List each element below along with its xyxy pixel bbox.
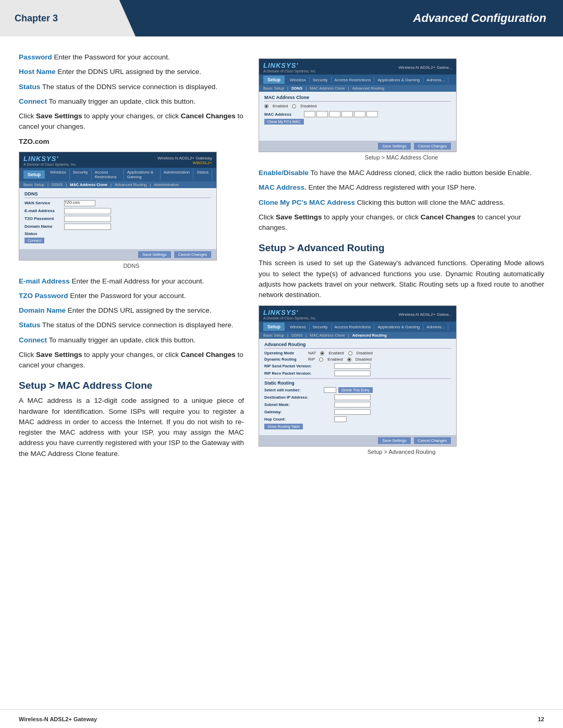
enable-disable-para: Enable/Disable To have the MAC Address c… [259,168,544,178]
connect-btn[interactable]: Connect [25,238,44,243]
router-adv-tabs: Wireless Security Access Restrictions Ap… [287,324,448,330]
router-adv-header: LINKSYS' A Division of Cisco Systems, In… [259,306,456,322]
clone-term: Clone My PC's MAC Address [259,199,355,206]
ddns-service-input[interactable]: TZO.com [64,200,95,206]
tzo-heading: TZO.com [19,138,244,145]
router-mac-nav: Setup Wireless Security Access Restricti… [259,75,456,85]
gateway-input[interactable] [334,409,371,415]
router-tabs: Wireless Security Access Restrictions Ap… [47,169,212,180]
select-route-input[interactable] [324,387,336,393]
router-adv-subtabs: Basic Setup | DDNS | MAC Address Clone |… [259,332,456,339]
caption-adv: Setup > Advanced Routing [259,449,544,455]
router-adv-screenshot: LINKSYS' A Division of Cisco Systems, In… [259,305,457,447]
password-para: Password Enter the Password for your acc… [19,52,244,63]
router-tab-status: Status [193,169,212,180]
dest-ip-input[interactable] [334,394,371,400]
router-tab-admin: Administration [161,169,194,180]
router-mac-model: Wireless-N ADSL2+ Gatew... [399,65,452,70]
gateway-row: Gateway: [264,409,451,415]
router-setup-tab: Setup [23,170,45,179]
router-adv-setup: Setup [263,323,285,331]
subnet-input[interactable] [334,402,371,408]
router-adv-admin: Adminis... [423,324,448,330]
mac-box-4[interactable] [341,111,353,117]
email-input[interactable] [64,208,111,214]
tzo-pass-term: TZO Password [19,292,68,300]
email-term: E-mail Address [19,277,70,285]
connect-para: Connect To manually trigger an update, c… [19,96,244,107]
mac-enable-row: Enabled Disabled [264,104,451,108]
cancel-changes-btn-tzo[interactable]: Cancel Changes [174,251,211,258]
cancel-changes-btn-mac[interactable]: Cancel Changes [414,143,451,150]
page-footer: Wireless-N ADSL2+ Gateway 12 [0,709,563,728]
status2-text: The status of the DDNS service connectio… [40,321,233,329]
op-mode-label: Operating Mode [264,351,306,355]
dynamic-routing-label: Dynamic Routing [264,357,306,362]
domain-input[interactable] [64,224,111,230]
disable-radio[interactable] [292,104,296,108]
delete-entry-btn[interactable]: Delete This Entry [338,387,373,393]
rip-send-input[interactable] [334,363,371,369]
router-mac-subtabs: Basic Setup | DDNS | MAC Address Clone |… [259,85,456,92]
router-model: Wireless-N ADSL2+ GatewayWBDSL2+ [157,156,212,165]
adv-routing-heading: Setup > Advanced Routing [259,242,544,254]
save-note-2: Click Save Settings to apply your change… [19,350,244,371]
page-header: Chapter 3 Advanced Configuration [0,0,563,36]
rip-send-row: RIP Send Packet Version: [264,363,451,369]
mac-box-1[interactable] [304,111,315,117]
router-footer-tzo: Save Settings Cancel Changes [19,249,216,260]
nat-disabled-radio[interactable] [348,351,352,355]
router-mac-wireless: Wireless [287,77,310,83]
cancel-changes-btn-adv[interactable]: Cancel Changes [414,437,451,444]
enabled-label: Enabled [273,104,288,108]
show-table-row: Show Routing Table [264,424,451,429]
router-tzo-screenshot: LINKSYS' A Division of Cisco Systems, In… [19,152,217,261]
router-mac-access: Access Restrictions [332,77,375,83]
status2-para: Status The status of the DDNS service co… [19,320,244,330]
router-mac-section: MAC Address Clone [264,95,451,102]
router-header: LINKSYS' A Division of Cisco Systems, In… [19,152,216,168]
router-adv-wireless: Wireless [287,324,310,330]
router-tab-security: Security [70,169,92,180]
save-note-1: Click Save Settings to apply your change… [19,111,244,132]
tzo-pass-para: TZO Password Enter the Password for your… [19,291,244,301]
save-settings-btn-adv[interactable]: Save Settings [378,437,410,444]
mac-addr-text: Enter the MAC Address registered with yo… [307,183,476,191]
mac-box-5[interactable] [354,111,365,117]
connect2-text: To manually trigger an update, click thi… [47,336,195,344]
router-logo: LINKSYS' [23,155,77,163]
save-settings-btn-mac[interactable]: Save Settings [378,143,410,150]
save-settings-btn-tzo[interactable]: Save Settings [138,251,170,258]
router-section-ddns: DDNS [25,191,211,198]
status-text: The status of the DDNS service connectio… [40,83,217,91]
router-adv-nav: Setup Wireless Security Access Restricti… [259,322,456,332]
mac-box-6[interactable] [366,111,378,117]
router-mac-logo: LINKSYS' [263,61,316,69]
hop-count-input[interactable] [334,416,347,422]
page-number: 12 [538,716,544,722]
nat-enabled-radio[interactable] [320,351,324,355]
connect2-para: Connect To manually trigger an update, c… [19,335,244,346]
mac-box-3[interactable] [329,111,340,117]
rip-recv-row: RIP Recv Packet Version: [264,371,451,376]
mac-address-label: MAC Address [264,112,301,117]
enable-term: Enable/Disable [259,169,309,177]
mac-para: A MAC address is a 12-digit code assigne… [19,396,244,459]
rip-enabled-radio[interactable] [319,357,323,362]
select-route-row: Select edit number: Delete This Entry [264,387,451,393]
tzo-pass-input[interactable] [64,216,111,222]
show-routing-table-btn[interactable]: Show Routing Table [264,424,303,429]
router-adv-security: Security [310,324,332,330]
static-routing-label: Static Routing [264,378,451,386]
router-mac-tabs: Wireless Security Access Restrictions Ap… [287,77,448,83]
rip-disabled-radio[interactable] [347,357,351,362]
rip-recv-input[interactable] [334,371,371,376]
enable-radio[interactable] [264,104,268,108]
caption-mac: Setup > MAC Address Clone [259,154,544,161]
domain-term: Domain Name [19,306,66,314]
email-para: E-mail Address Enter the E-mail Address … [19,276,244,287]
mac-box-2[interactable] [316,111,328,117]
status-term: Status [19,83,40,91]
clone-mac-btn[interactable]: Clone My PC's MAC [264,119,304,125]
domain-para: Domain Name Enter the DDNS URL assigned … [19,305,244,316]
